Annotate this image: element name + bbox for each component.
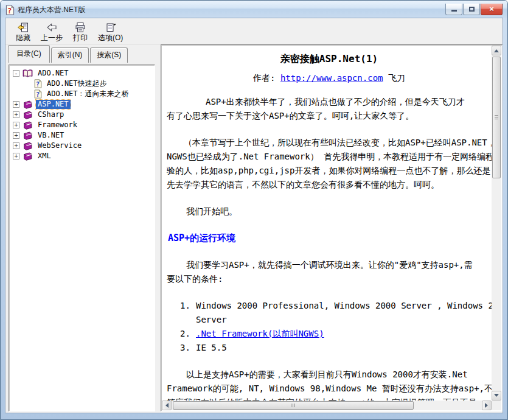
window-controls: × [445,4,503,15]
closed-book-icon [23,142,33,150]
tree-item-label: Framework [36,121,79,130]
paragraph-2: （本章节写于上个世纪，所以现在有些叫法已经改变，比如ASP+已经叫ASP.NET… [167,136,492,192]
closed-book-icon [23,111,33,119]
topic-pane: 亲密接触ASP.Net(1) 作者: http://www.aspcn.com … [161,44,503,411]
list-item-1: 1. Windows 2000 Professional, Windows 20… [167,299,492,313]
scroll-left-button[interactable] [162,401,172,410]
text-line: 验的人，比如asp,php,cgi,jsp开发者，如果你对网络编程一点也不了解，… [167,164,492,178]
list-item-2: 2. .Net Framework(以前叫NGWS) [167,327,492,341]
text-line: 有了心思来写一下关于这个ASP+的文章了。呵呵,让大家久等了。 [167,109,492,123]
close-icon: × [489,5,494,13]
tree-item-framework[interactable]: + Framework [12,120,153,130]
contents-tree: - ADO.NET ADO.NET快速起步 ADO.NET：通向未来之桥 + A… [9,65,155,411]
collapse-icon[interactable]: - [13,70,19,77]
options-button-label: 选项(O) [98,34,123,41]
vertical-scroll-thumb[interactable] [492,57,501,178]
closed-book-icon [23,152,33,161]
tree-item-label-selected: ASP.NET [36,100,71,109]
expand-icon[interactable]: + [13,111,19,118]
tree-item-label: ADO.NET快速起步 [45,79,109,88]
scroll-right-button[interactable] [482,401,492,410]
hide-button[interactable]: 隐藏 [9,19,37,43]
text-line: 要以下的条件: [167,272,492,286]
tree-item-ado-net-quickstart[interactable]: ADO.NET快速起步 [12,79,153,89]
open-book-icon [23,69,33,78]
options-dropdown-icon [105,21,117,33]
tree-item-label: ADO.NET：通向未来之桥 [45,89,131,99]
expand-icon[interactable]: + [13,142,19,149]
scroll-up-button[interactable] [492,46,501,55]
closed-book-icon [23,131,33,140]
text-line: ASP+出来都快半年了，我们站点也做了不少的介绍，但是今天飞刀才 [167,95,492,109]
closed-book-icon [23,100,33,109]
tab-index[interactable]: 索引(N) [51,47,89,63]
tree-item-csharp[interactable]: + CSharp [12,110,153,120]
author-prefix: 作者: [253,73,280,83]
options-button[interactable]: 选项(O) [94,19,127,43]
arrow-right-icon [485,403,490,408]
help-page-icon [34,79,42,88]
minimize-button[interactable] [445,4,462,15]
tree-item-ado-net-bridge[interactable]: ADO.NET：通向未来之桥 [12,89,153,99]
expand-icon[interactable]: + [13,122,19,128]
scrollbar-corner [492,401,501,410]
list-item-3: 3. IE 5.5 [167,341,492,355]
help-viewer-window: 程序员大本营.NET版 × 隐藏 上一步 打印 选项(O) [0,0,508,420]
list-number: 2. [180,327,196,341]
tab-contents[interactable]: 目录(C) [8,45,50,63]
print-button[interactable]: 打印 [66,19,94,43]
app-help-icon [5,5,15,15]
closed-book-icon [23,121,33,130]
article: 亲密接触ASP.Net(1) 作者: http://www.aspcn.com … [162,46,492,401]
horizontal-scroll-thumb[interactable] [173,401,414,410]
expand-icon[interactable]: + [13,101,19,108]
text-line: 先去学学其它的语言，不然以下的文章您会有很多看不懂的地方。呵呵。 [167,178,492,192]
help-page-icon [34,89,42,99]
text-line: 以上是支持ASP+的需要，大家看到目前只有Windows 2000才有安装.Ne… [167,368,492,382]
titlebar: 程序员大本营.NET版 × [1,1,507,18]
tree-item-xml[interactable]: + XML [12,151,153,161]
text-line: 我们开始吧。 [167,205,492,219]
article-title: 亲密接触ASP.Net(1) [167,52,492,66]
close-button[interactable]: × [481,4,503,15]
arrow-down-icon [494,394,499,399]
text-line: （本章节写于上个世纪，所以现在有些叫法已经改变，比如ASP+已经叫ASP.NET… [167,136,492,150]
list-number: 3. [180,341,196,355]
tree-item-label: ADO.NET [36,69,71,78]
text-line: 我们要学习ASP+，就先得搞一个调试环境出来。让你的"爱鸡"支持asp+,需 [167,258,492,272]
vertical-scrollbar[interactable] [492,46,501,401]
text-line: NGWS也已经成为了.Net Framework） 首先我得申明，本教程适用于有… [167,150,492,164]
back-button-label: 上一步 [41,34,63,41]
list-item-text: IE 5.5 [196,341,227,355]
tab-search[interactable]: 搜索(S) [90,47,128,63]
main-frame: 隐藏 上一步 打印 选项(O) 目录(C) 索引(N) 搜索(S) - [5,18,503,413]
author-site-link[interactable]: http://www.aspcn.com [280,73,383,83]
list-item-text: Windows 2000 Professional, Windows 2000 … [196,299,492,313]
horizontal-scrollbar[interactable] [162,401,492,410]
tree-item-label: XML [36,152,53,161]
paragraph-1: ASP+出来都快半年了，我们站点也做了不少的介绍，但是今天飞刀才 有了心思来写一… [167,95,492,123]
window-title: 程序员大本营.NET版 [18,5,445,15]
tree-item-asp-net[interactable]: + ASP.NET [12,99,153,110]
back-button[interactable]: 上一步 [37,19,66,43]
tree-item-webservice[interactable]: + WebService [12,141,153,151]
paragraph-4: 我们要学习ASP+，就先得搞一个调试环境出来。让你的"爱鸡"支持asp+,需 要… [167,258,492,286]
tree-item-label: VB.NET [36,131,66,140]
requirements-list: 1. Windows 2000 Professional, Windows 20… [167,299,492,355]
minimize-icon [451,10,457,12]
maximize-icon [469,7,475,12]
tree-item-ado-net[interactable]: - ADO.NET [12,68,153,79]
printer-icon [74,21,86,33]
expand-icon[interactable]: + [13,153,19,159]
print-button-label: 打印 [73,34,88,41]
scroll-down-button[interactable] [492,391,501,401]
text-line: 答应我们在以后的版本中会在其它的平台上支持asp+的，大家慢慢等吧。而且不是 [167,396,492,401]
dotnet-framework-link[interactable]: .Net Framework(以前叫NGWS) [196,327,324,341]
expand-icon[interactable]: + [13,132,19,139]
tree-item-vb-net[interactable]: + VB.NET [12,130,153,141]
arrow-up-icon [494,47,499,52]
back-arrow-icon [46,21,58,33]
author-name: 飞刀 [383,73,405,83]
maximize-button[interactable] [463,4,480,15]
hide-panel-icon [17,21,29,33]
